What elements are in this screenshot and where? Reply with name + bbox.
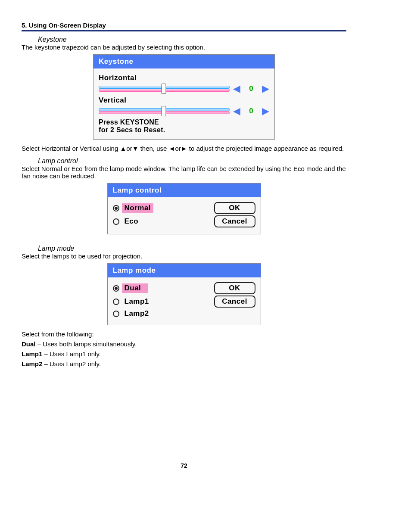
cancel-button[interactable]: Cancel: [214, 215, 255, 227]
followup-lead: Select from the following:: [22, 330, 346, 338]
horizontal-label: Horizontal: [99, 74, 269, 82]
desc-lamp2: Lamp2 – Uses Lamp2 only.: [22, 360, 346, 367]
vertical-slider[interactable]: [99, 107, 229, 115]
ok-button[interactable]: OK: [214, 282, 255, 294]
chevron-right-icon[interactable]: ▶: [262, 106, 269, 116]
lampcontrol-titlebar: Lamp control: [108, 184, 261, 197]
horizontal-value: 0: [242, 84, 260, 93]
option-eco[interactable]: Eco: [122, 217, 148, 226]
option-normal[interactable]: Normal: [122, 203, 154, 213]
chevron-left-icon[interactable]: ◀: [233, 84, 240, 93]
chevron-right-icon[interactable]: ▶: [262, 84, 269, 93]
lampcontrol-intro: Select Normal or Eco from the lamp mode …: [22, 165, 346, 180]
option-dual[interactable]: Dual: [122, 283, 148, 293]
keystone-subheading: Keystone: [38, 36, 346, 44]
radio-lamp1[interactable]: [113, 299, 119, 305]
option-lamp2[interactable]: Lamp2: [122, 309, 152, 318]
cancel-button[interactable]: Cancel: [214, 296, 255, 308]
keystone-window: Keystone Horizontal ◀ 0 ▶ Vertical ◀ 0 ▶…: [93, 54, 275, 140]
keystone-intro: The keystone trapezoid can be adjusted b…: [22, 44, 346, 51]
lampmode-titlebar: Lamp mode: [108, 264, 261, 277]
vertical-label: Vertical: [99, 96, 269, 105]
radio-lamp2[interactable]: [113, 311, 119, 317]
keystone-instruction: Select Horizontal or Vertical using ▲or▼…: [22, 145, 346, 152]
desc-dual: Dual – Uses both lamps simultaneously.: [22, 340, 346, 348]
lampcontrol-subheading: Lamp control: [38, 157, 346, 165]
lampmode-window: Lamp mode Dual OK Lamp1 Cancel Lamp2: [107, 263, 261, 325]
radio-eco[interactable]: [113, 218, 119, 225]
lampmode-subheading: Lamp mode: [38, 245, 346, 252]
reset-hint-line2: for 2 Secs to Reset.: [99, 126, 269, 134]
lampcontrol-window: Lamp control Normal OK Eco Cancel: [107, 183, 261, 234]
keystone-titlebar: Keystone: [93, 55, 274, 68]
horizontal-slider[interactable]: [99, 85, 229, 93]
reset-hint-line1: Press KEYSTONE: [99, 118, 269, 126]
chevron-left-icon[interactable]: ◀: [233, 106, 240, 116]
desc-lamp1: Lamp1 – Uses Lamp1 only.: [22, 350, 346, 358]
option-lamp1[interactable]: Lamp1: [122, 297, 152, 306]
ok-button[interactable]: OK: [214, 202, 255, 214]
section-heading: 5. Using On-Screen Display: [22, 22, 346, 31]
radio-dual[interactable]: [113, 285, 119, 292]
page-number: 72: [22, 462, 346, 469]
vertical-value: 0: [242, 107, 260, 115]
lampmode-intro: Select the lamps to be used for projecti…: [22, 252, 346, 260]
radio-normal[interactable]: [113, 205, 119, 212]
